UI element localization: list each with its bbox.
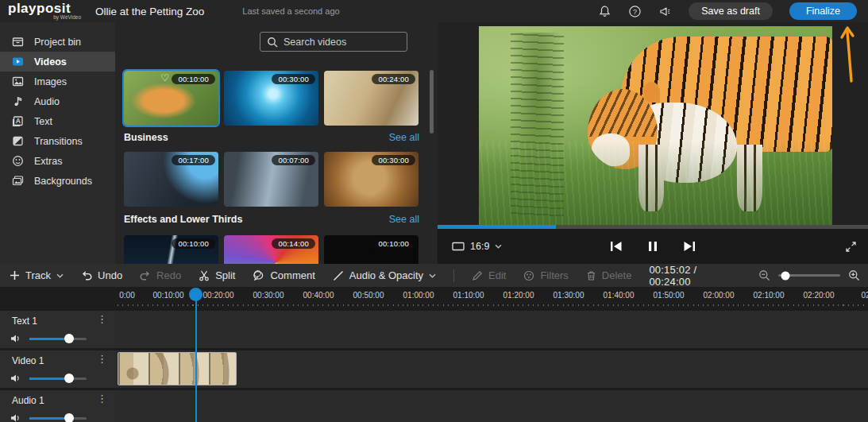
transitions-icon: [12, 135, 24, 147]
save-status-text: Last saved a second ago: [242, 6, 339, 16]
sidebar-item-label: Videos: [34, 56, 67, 68]
track-lane-audio-1: [115, 390, 868, 422]
track-menu-kebab-icon[interactable]: ⋮: [97, 354, 107, 365]
finalize-button[interactable]: Finalize: [789, 2, 857, 20]
speaker-icon[interactable]: [10, 374, 21, 383]
video-thumb-desk[interactable]: 00:30:00: [324, 152, 419, 207]
aspect-ratio-dropdown[interactable]: 16:9: [452, 241, 502, 252]
audio-icon: [12, 95, 24, 107]
videos-icon: [12, 56, 24, 68]
ruler-label: 01:20:00: [503, 291, 534, 300]
track-header: Video 1 ⋮: [0, 350, 115, 388]
video-thumb-lion[interactable]: 00:24:00: [324, 71, 419, 126]
ruler-label: 00:50:00: [353, 291, 384, 300]
media-sidebar: Project bin Videos Images Audio A Text T…: [0, 22, 115, 264]
app-logo[interactable]: playposit by WeVideo: [8, 2, 81, 20]
sidebar-item-audio[interactable]: Audio: [0, 91, 115, 111]
favorite-heart-icon[interactable]: ♡: [160, 72, 169, 83]
sidebar-item-label: Backgrounds: [34, 176, 92, 187]
volume-knob[interactable]: [64, 334, 74, 343]
sidebar-item-text[interactable]: A Text: [0, 111, 115, 131]
images-icon: [12, 75, 24, 87]
volume-slider[interactable]: [29, 417, 87, 420]
top-bar: playposit by WeVideo Ollie at the Pettin…: [0, 0, 868, 22]
ruler-label: 01:30:00: [554, 291, 584, 300]
split-button[interactable]: Split: [199, 269, 235, 281]
volume-slider[interactable]: [29, 338, 87, 340]
redo-button[interactable]: Redo: [140, 269, 181, 281]
announcements-megaphone-icon[interactable]: [658, 5, 672, 18]
video-thumb-ocean[interactable]: 00:30:00: [224, 71, 318, 126]
duration-badge: 00:24:00: [372, 74, 415, 84]
see-all-link[interactable]: See all: [389, 214, 419, 225]
zoom-in-icon[interactable]: [848, 269, 860, 281]
timecode-display: 00:15:02 / 00:24:00: [649, 264, 736, 288]
undo-icon: [81, 270, 92, 281]
project-bin-icon: [12, 36, 24, 48]
video-clip-lion[interactable]: [118, 352, 237, 385]
help-icon[interactable]: ?: [628, 5, 642, 18]
split-label: Split: [215, 269, 235, 281]
pause-button[interactable]: [647, 240, 658, 253]
add-track-button[interactable]: Track: [10, 269, 64, 281]
pen-line-icon: [333, 270, 344, 281]
audio-opacity-label: Audio & Opacity: [349, 269, 423, 281]
library-scrollbar[interactable]: [430, 70, 434, 134]
volume-slider[interactable]: [29, 377, 87, 380]
volume-knob[interactable]: [64, 413, 74, 422]
audio-opacity-button[interactable]: Audio & Opacity: [333, 269, 436, 281]
sidebar-item-extras[interactable]: Extras: [0, 151, 115, 171]
see-all-link[interactable]: See all: [389, 132, 419, 143]
undo-button[interactable]: Undo: [81, 269, 122, 281]
sidebar-item-images[interactable]: Images: [0, 72, 115, 91]
sidebar-item-videos[interactable]: Videos: [0, 52, 115, 72]
edit-button[interactable]: Edit: [472, 269, 506, 281]
track-name: Text 1: [12, 316, 37, 327]
filters-icon: [523, 270, 534, 281]
duration-badge: 00:10:00: [172, 238, 215, 249]
video-thumb-handshake[interactable]: 00:07:00: [224, 152, 318, 207]
volume-fill: [29, 377, 69, 380]
volume-fill: [29, 417, 69, 420]
sidebar-item-label: Images: [34, 76, 67, 87]
track-header: Audio 1 ⋮: [0, 390, 115, 422]
video-preview[interactable]: [479, 26, 832, 225]
chevron-down-icon: [56, 273, 64, 278]
timeline-zoom-knob[interactable]: [781, 271, 790, 280]
volume-knob[interactable]: [64, 374, 74, 383]
extras-smiley-icon: [12, 155, 24, 167]
category-row-effects: Effects and Lower Thirds See all: [124, 214, 419, 225]
timeline-zoom-slider[interactable]: [778, 274, 840, 277]
playhead-handle[interactable]: [189, 288, 203, 301]
video-thumb-paint[interactable]: 00:14:00: [224, 235, 318, 264]
track-menu-kebab-icon[interactable]: ⋮: [97, 314, 107, 325]
speaker-icon[interactable]: [10, 334, 21, 343]
sidebar-item-project-bin[interactable]: Project bin: [0, 32, 115, 52]
search-videos-input[interactable]: [284, 37, 411, 48]
zoom-out-icon[interactable]: [758, 269, 770, 281]
comment-button[interactable]: Comment: [253, 269, 314, 281]
skip-to-end-button[interactable]: [682, 240, 696, 253]
notifications-bell-icon[interactable]: [598, 5, 611, 18]
save-as-draft-button[interactable]: Save as draft: [689, 2, 773, 20]
video-thumb-redrays[interactable]: 00:10:00: [324, 235, 419, 264]
sidebar-item-transitions[interactable]: Transitions: [0, 131, 115, 151]
filters-button[interactable]: Filters: [523, 269, 568, 281]
video-thumb-lightning[interactable]: 00:10:00: [124, 235, 218, 264]
volume-fill: [29, 338, 69, 340]
timeline-ruler[interactable]: 0:00 00:10:00 00:20:00 00:30:00 00:40:00…: [0, 287, 868, 308]
skip-to-start-button[interactable]: [609, 240, 623, 253]
video-thumb-tiger[interactable]: ♡ 00:10:00: [124, 71, 218, 126]
track-menu-kebab-icon[interactable]: ⋮: [97, 393, 107, 405]
filters-label: Filters: [540, 269, 568, 281]
video-library-panel: ♡ 00:10:00 00:30:00 00:24:00 Business Se…: [115, 22, 438, 264]
redo-icon: [140, 270, 151, 281]
video-thumb-meeting[interactable]: 00:17:00: [124, 152, 218, 207]
project-title: Ollie at the Petting Zoo: [95, 6, 204, 17]
sidebar-item-backgrounds[interactable]: Backgrounds: [0, 171, 115, 191]
delete-button[interactable]: Delete: [586, 269, 632, 281]
duration-badge: 00:14:00: [272, 238, 315, 249]
ruler-label: 01:00:00: [403, 291, 434, 300]
speaker-icon[interactable]: [10, 413, 21, 422]
fullscreen-expand-icon[interactable]: [845, 241, 857, 253]
